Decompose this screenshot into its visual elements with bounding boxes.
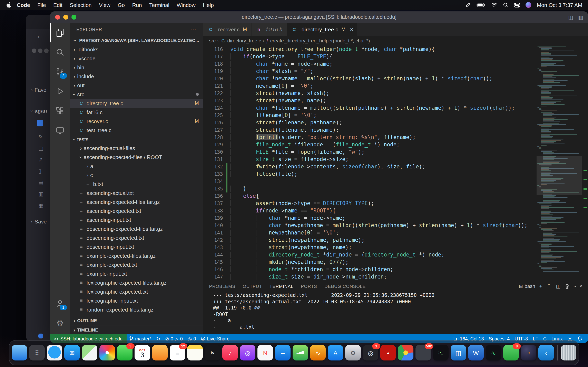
- tree-item-descending-expected-files.tar.gz[interactable]: ≡descending-expected-files.tar.gz: [70, 224, 203, 233]
- tree-item-.githooks[interactable]: ›.githooks: [70, 45, 203, 54]
- tree-item-lexicographic-expected-files.tar.gz[interactable]: ≡lexicographic-expected-files.tar.gz: [70, 278, 203, 287]
- dock-safari-icon[interactable]: [47, 345, 62, 360]
- back-arrow-icon[interactable]: ‹: [38, 33, 40, 40]
- dock-activity-monitor-icon[interactable]: ∿: [486, 345, 501, 360]
- siri-icon[interactable]: [525, 2, 531, 8]
- dock-maps-icon[interactable]: [82, 345, 97, 360]
- dock-system-settings-icon[interactable]: ⚙: [345, 345, 361, 360]
- new-terminal-button[interactable]: +: [539, 284, 542, 289]
- zoom-window-button[interactable]: [71, 15, 76, 20]
- outline-section[interactable]: › OUTLINE: [70, 316, 203, 325]
- tree-item-ascending-input.txt[interactable]: ≡ascending-input.txt: [70, 215, 203, 224]
- control-center-icon[interactable]: [514, 2, 520, 8]
- tree-item-b.txt[interactable]: ≡b.txt: [70, 179, 203, 188]
- explorer-activity-icon[interactable]: [50, 23, 70, 42]
- menu-item-file[interactable]: File: [34, 2, 50, 8]
- battery-icon[interactable]: [476, 2, 485, 7]
- search-activity-icon[interactable]: [50, 42, 70, 62]
- workspace-root-header[interactable]: › PRETEST-AGANGAVA [SSH: LABRADOODLE.CAL…: [70, 36, 203, 45]
- dock-iterm-icon[interactable]: >_: [433, 345, 449, 360]
- dock-reminders-icon[interactable]: ≡12: [170, 345, 185, 360]
- code-editor[interactable]: 1161171181191201211221231241251261271281…: [203, 46, 588, 280]
- breadcrumb-item[interactable]: src: [209, 38, 216, 44]
- dock-launchpad-icon[interactable]: ⠿: [29, 345, 45, 360]
- menu-item-view[interactable]: View: [95, 2, 114, 8]
- dock-vscode-icon[interactable]: ‹: [538, 345, 554, 360]
- dock-chrome-icon[interactable]: [398, 345, 414, 360]
- dock-calendar-icon[interactable]: OCT3: [135, 345, 150, 360]
- run-debug-activity-icon[interactable]: [50, 82, 70, 101]
- tree-item-.vscode[interactable]: ›.vscode: [70, 54, 203, 63]
- minimap[interactable]: [536, 46, 582, 280]
- tree-item-lexicographic-expected.txt[interactable]: ≡lexicographic-expected.txt: [70, 287, 203, 296]
- close-panel-icon[interactable]: ×: [579, 284, 582, 289]
- window-control-dot[interactable]: [38, 49, 43, 53]
- dock-trash-icon[interactable]: [561, 345, 576, 360]
- tree-item-random-expected-files.tar.gz[interactable]: ≡random-expected-files.tar.gz: [70, 305, 203, 314]
- menu-item-terminal[interactable]: Terminal: [146, 2, 173, 8]
- panel-tab-output[interactable]: OUTPUT: [243, 280, 262, 292]
- bg-tool-icon-5[interactable]: ▥: [38, 191, 43, 197]
- tree-item-directory-tree.c[interactable]: Cdirectory_tree.cM: [70, 99, 203, 108]
- breadcrumb-item[interactable]: ƒcreate_directory_tree_helper(node_t *, …: [266, 38, 370, 44]
- panel-tab-debug-console[interactable]: DEBUG CONSOLE: [324, 280, 366, 292]
- dock-firefox-icon[interactable]: ◔: [521, 345, 536, 360]
- timeline-section[interactable]: › TIMELINE: [70, 325, 203, 334]
- dock-tv-icon[interactable]: tv: [205, 345, 220, 360]
- notifications-bell-icon[interactable]: [575, 336, 585, 341]
- tab-fat16.h[interactable]: hfat16.h: [251, 23, 287, 36]
- menu-item-window[interactable]: Window: [173, 2, 199, 8]
- tree-item-recover.c[interactable]: Crecover.cM: [70, 117, 203, 125]
- tree-item-example-expected.txt[interactable]: ≡example-expected.txt: [70, 260, 203, 269]
- bg-bottom-icon[interactable]: [38, 334, 43, 338]
- bg-section-favorites[interactable]: › Favo: [31, 87, 46, 93]
- menu-item-edit[interactable]: Edit: [50, 2, 66, 8]
- dock-finder-icon[interactable]: [12, 345, 27, 360]
- dock-wechat-icon[interactable]: 8: [503, 345, 519, 360]
- dock-music-icon[interactable]: ♪: [222, 345, 238, 360]
- tab-directory-tree.c[interactable]: Cdirectory_tree.cM×: [287, 23, 358, 36]
- bg-tool-icon-3[interactable]: ▯: [38, 168, 41, 174]
- tree-item-c[interactable]: ›c: [70, 170, 203, 179]
- breadcrumb-item[interactable]: Cdirectory_tree.c: [220, 38, 261, 44]
- bg-tool-icon-0[interactable]: ✎: [38, 134, 43, 140]
- tree-item-lexicographic-input.txt[interactable]: ≡lexicographic-input.txt: [70, 296, 203, 305]
- menu-item-selection[interactable]: Selection: [66, 2, 95, 8]
- close-tab-icon[interactable]: ×: [350, 26, 353, 33]
- close-window-button[interactable]: [55, 15, 60, 20]
- tree-item-example-expected-files.tar.gz[interactable]: ≡example-expected-files.tar.gz: [70, 251, 203, 260]
- minimap-slider[interactable]: [536, 156, 582, 196]
- dock-podcasts-icon[interactable]: ◎: [240, 345, 255, 360]
- tree-item-src[interactable]: ›src: [70, 90, 203, 99]
- dock-photo-booth-icon[interactable]: ◎1: [363, 345, 378, 360]
- menu-item-go[interactable]: Go: [114, 2, 129, 8]
- dock-word-icon[interactable]: W: [468, 345, 484, 360]
- tree-item-ascending-expected-files-root[interactable]: ›ascending-expected-files / ROOT: [70, 152, 203, 161]
- menu-item-run[interactable]: Run: [129, 2, 146, 8]
- wifi-icon[interactable]: [491, 2, 497, 7]
- window-control-dot[interactable]: [44, 49, 49, 53]
- terminal-output[interactable]: --- tests/ascending-expected.txt 2022-09…: [203, 292, 588, 334]
- bg-mailbox-icon[interactable]: [37, 120, 43, 126]
- panel-tab-terminal[interactable]: TERMINAL: [269, 280, 294, 292]
- tree-item-ascending-actual.txt[interactable]: ≡ascending-actual.txt: [70, 188, 203, 197]
- tree-item-ascending-expected-files.tar.gz[interactable]: ≡ascending-expected-files.tar.gz: [70, 197, 203, 206]
- panel-tab-ports[interactable]: PORTS: [301, 280, 317, 292]
- tree-item-descending-input.txt[interactable]: ≡descending-input.txt: [70, 242, 203, 251]
- tree-item-example-input.txt[interactable]: ≡example-input.txt: [70, 269, 203, 278]
- menu-item-code[interactable]: Code: [13, 2, 34, 8]
- tree-item-ascending-expected.txt[interactable]: ≡ascending-expected.txt: [70, 206, 203, 215]
- dock-appstore-icon[interactable]: A: [328, 345, 343, 360]
- dock-notes-icon[interactable]: [187, 345, 203, 360]
- tree-item-ascending-actual-files[interactable]: ›ascending-actual-files: [70, 143, 203, 152]
- dock-garageband-icon[interactable]: ∿: [310, 345, 326, 360]
- minimize-window-button[interactable]: [63, 15, 68, 20]
- dock-mail-icon[interactable]: ✉: [64, 345, 80, 360]
- dock-numbers-icon[interactable]: ▂▅▇: [293, 345, 308, 360]
- bg-tool-icon-2[interactable]: ↗: [38, 157, 43, 163]
- shell-selector[interactable]: ⊞ bash: [519, 284, 535, 289]
- menu-item-help[interactable]: Help: [199, 2, 218, 8]
- window-control-dot[interactable]: [32, 49, 36, 53]
- bg-section-account[interactable]: › agan: [31, 108, 47, 114]
- overview-ruler[interactable]: [582, 46, 588, 280]
